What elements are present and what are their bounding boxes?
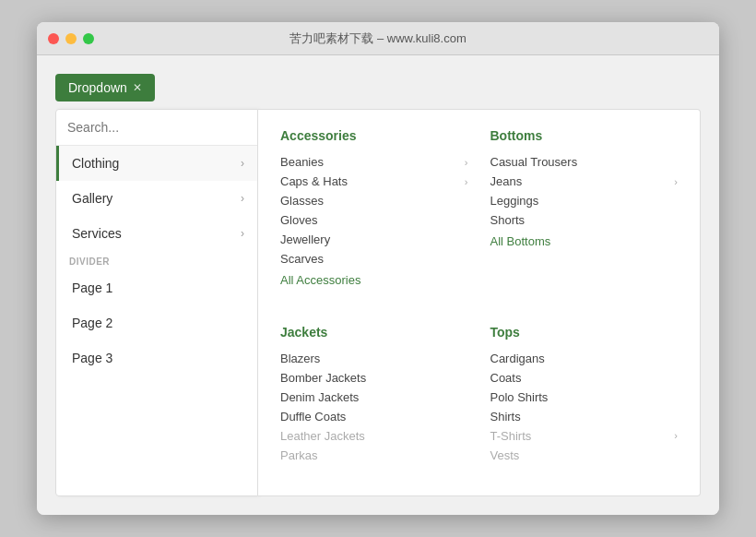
jackets-duffle[interactable]: Duffle Coats — [280, 407, 468, 426]
close-icon[interactable]: ✕ — [133, 81, 142, 94]
bottoms-leggings[interactable]: Leggings — [490, 191, 679, 210]
bottoms-jeans[interactable]: Jeans › — [490, 172, 679, 191]
sidebar-item-page3[interactable]: Page 3 — [56, 340, 257, 376]
window-title: 苦力吧素材下载 – www.kuli8.com — [289, 30, 466, 47]
app-window: 苦力吧素材下载 – www.kuli8.com Dropdown ✕ Cloth… — [37, 22, 719, 515]
search-input[interactable] — [67, 120, 246, 135]
bottoms-section: Bottoms Casual Trousers Jeans › Leggings… — [490, 128, 679, 303]
jackets-leather: Leather Jackets — [280, 426, 468, 446]
jackets-parkas: Parkas — [280, 446, 468, 465]
dropdown-container: Clothing › Gallery › Services › DIVIDER … — [55, 109, 701, 496]
accessories-caps[interactable]: Caps & Hats › — [280, 172, 468, 191]
trigger-row: Dropdown ✕ — [55, 74, 701, 101]
traffic-lights — [48, 33, 94, 44]
tops-shirts[interactable]: Shirts — [490, 407, 679, 426]
jackets-title: Jackets — [280, 325, 468, 340]
sidebar-item-page2[interactable]: Page 2 — [56, 305, 257, 340]
chevron-right-icon: › — [465, 176, 468, 187]
tops-cardigans[interactable]: Cardigans — [490, 349, 679, 368]
tops-coats[interactable]: Coats — [490, 368, 679, 388]
bottoms-shorts[interactable]: Shorts — [490, 210, 679, 230]
sidebar-item-label: Page 1 — [72, 280, 112, 295]
sidebar-item-label: Page 2 — [72, 316, 112, 330]
sidebar-item-clothing[interactable]: Clothing › — [56, 146, 257, 181]
sidebar-item-label: Services — [72, 226, 122, 241]
accessories-beanies[interactable]: Beanies › — [280, 152, 468, 172]
sidebar-item-label: Clothing — [72, 156, 119, 171]
sidebar-item-page1[interactable]: Page 1 — [56, 270, 257, 305]
accessories-all[interactable]: All Accessories — [280, 270, 468, 290]
dropdown-trigger[interactable]: Dropdown ✕ — [55, 74, 155, 101]
chevron-right-icon: › — [241, 157, 244, 170]
search-box — [56, 110, 257, 146]
tops-tshirts: T-Shirts › — [490, 426, 679, 446]
sidebar-divider: DIVIDER — [56, 251, 257, 270]
bottoms-casual-trousers[interactable]: Casual Trousers — [490, 152, 679, 172]
sidebar-item-services[interactable]: Services › — [56, 216, 257, 251]
tops-vests: Vests — [490, 446, 679, 465]
accessories-scarves[interactable]: Scarves — [280, 249, 468, 268]
accessories-glasses[interactable]: Glasses — [280, 191, 468, 210]
jackets-bomber[interactable]: Bomber Jackets — [280, 368, 468, 388]
chevron-right-icon: › — [674, 430, 678, 441]
window-body: Dropdown ✕ Clothing › Gallery › Servi — [37, 55, 719, 515]
close-button[interactable] — [48, 33, 59, 44]
chevron-right-icon: › — [241, 227, 244, 240]
jackets-section: Jackets Blazers Bomber Jackets Denim Jac… — [280, 325, 468, 478]
sidebar-item-gallery[interactable]: Gallery › — [56, 181, 257, 216]
main-panel: Accessories Beanies › Caps & Hats › Glas… — [258, 109, 701, 496]
chevron-right-icon: › — [465, 157, 468, 168]
sidebar-item-label: Page 3 — [72, 351, 112, 365]
accessories-title: Accessories — [280, 128, 468, 143]
accessories-jewellery[interactable]: Jewellery — [280, 230, 468, 249]
dropdown-trigger-label: Dropdown — [68, 80, 127, 95]
tops-polo[interactable]: Polo Shirts — [490, 388, 679, 407]
jackets-denim[interactable]: Denim Jackets — [280, 388, 468, 407]
bottoms-all[interactable]: All Bottoms — [490, 232, 679, 251]
accessories-section: Accessories Beanies › Caps & Hats › Glas… — [280, 128, 468, 303]
chevron-right-icon: › — [241, 192, 244, 205]
accessories-gloves[interactable]: Gloves — [280, 210, 468, 230]
chevron-right-icon: › — [674, 176, 678, 187]
tops-title: Tops — [490, 325, 679, 340]
bottoms-title: Bottoms — [490, 128, 679, 143]
minimize-button[interactable] — [65, 33, 77, 44]
maximize-button[interactable] — [83, 33, 94, 44]
titlebar: 苦力吧素材下载 – www.kuli8.com — [37, 22, 719, 55]
jackets-blazers[interactable]: Blazers — [280, 349, 468, 368]
sidebar-item-label: Gallery — [72, 191, 112, 206]
sidebar: Clothing › Gallery › Services › DIVIDER … — [55, 109, 258, 496]
tops-section: Tops Cardigans Coats Polo Shirts Shirts … — [490, 325, 679, 478]
